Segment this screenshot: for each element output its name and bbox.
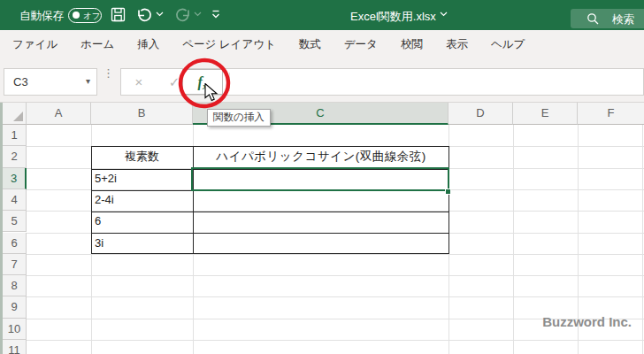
tab-review[interactable]: 校閲 <box>401 37 423 52</box>
search-icon <box>586 12 599 25</box>
gridline <box>513 125 514 354</box>
tab-view[interactable]: 表示 <box>446 37 468 52</box>
select-all-corner[interactable] <box>3 103 27 125</box>
row-header-5[interactable]: 5 <box>3 211 27 232</box>
row-header-8[interactable]: 8 <box>3 275 27 296</box>
autosave-label: 自動保存 <box>19 9 64 24</box>
autosave-toggle[interactable]: オフ <box>68 8 102 23</box>
name-box-value: C3 <box>13 75 28 88</box>
column-header-f[interactable]: F <box>578 103 644 125</box>
tab-formulas[interactable]: 数式 <box>299 37 321 52</box>
column-header-d[interactable]: D <box>448 103 513 125</box>
cell-B4[interactable]: 2-4i <box>95 189 188 211</box>
tab-home[interactable]: ホーム <box>80 37 114 52</box>
customize-toolbar-icon[interactable] <box>211 10 221 19</box>
row-header-9[interactable]: 9 <box>3 296 27 318</box>
row-header-11[interactable]: 11 <box>3 340 27 354</box>
save-icon[interactable] <box>111 7 126 22</box>
gridline <box>27 296 644 297</box>
mouse-cursor-icon <box>204 83 220 103</box>
cancel-button[interactable]: × <box>128 72 150 92</box>
column-header-a[interactable]: A <box>27 103 91 125</box>
tab-insert[interactable]: 挿入 <box>137 37 159 52</box>
insert-function-tooltip: 関数の挿入 <box>207 109 271 127</box>
name-box-dropdown-icon[interactable]: ▾ <box>86 76 90 86</box>
undo-dropdown-icon[interactable] <box>156 12 164 17</box>
name-box[interactable]: C3 ▾ <box>4 68 97 96</box>
column-header-e[interactable]: E <box>513 103 578 125</box>
toggle-knob-icon <box>73 12 80 19</box>
formula-bar: C3 ▾ ⋮ × ✓ fx <box>0 58 644 103</box>
row-header-3[interactable]: 3 <box>3 168 27 189</box>
row-header-1[interactable]: 1 <box>3 125 27 146</box>
search-box[interactable]: 検索 <box>571 9 644 28</box>
tab-help[interactable]: ヘルプ <box>491 37 525 52</box>
redo-dropdown-icon[interactable] <box>194 12 202 17</box>
row-header-10[interactable]: 10 <box>3 319 27 340</box>
tab-file[interactable]: ファイル <box>12 37 58 52</box>
title-dropdown-icon[interactable] <box>440 12 448 17</box>
row-header-4[interactable]: 4 <box>3 189 27 211</box>
autosave-state: オフ <box>83 11 100 22</box>
tab-page-layout[interactable]: ページ レイアウト <box>182 37 276 52</box>
row-header-7[interactable]: 7 <box>3 254 27 275</box>
undo-icon[interactable] <box>135 7 153 23</box>
gridline <box>27 340 644 341</box>
title-bar: 自動保存 オフ <box>0 0 644 30</box>
gridline <box>27 275 644 276</box>
cell-B3[interactable]: 5+2i <box>95 168 188 189</box>
excel-window: 自動保存 オフ <box>0 0 644 354</box>
redo-icon[interactable] <box>174 7 192 23</box>
fill-handle[interactable] <box>445 189 451 195</box>
document-title: Excel関数用.xlsx <box>350 9 436 25</box>
gridline <box>642 125 643 354</box>
watermark: Buzzword Inc. <box>531 314 632 329</box>
ribbon-tab-row: ファイル ホーム 挿入 ページ レイアウト 数式 データ 校閲 表示 ヘルプ <box>0 30 644 58</box>
selected-cell-C3[interactable] <box>191 167 449 191</box>
cell-B2[interactable]: 複素数 <box>91 146 193 167</box>
row-header-6[interactable]: 6 <box>3 233 27 254</box>
tab-data[interactable]: データ <box>344 37 378 52</box>
search-label: 検索 <box>612 12 634 27</box>
cell-C2[interactable]: ハイパボリックコサイン(双曲線余弦) <box>194 146 448 167</box>
select-all-triangle-icon <box>13 112 23 121</box>
worksheet-grid: A B C D E F 1234567891011 Buzzword Inc. … <box>0 103 644 354</box>
cell-B6[interactable]: 3i <box>95 233 188 254</box>
formula-bar-resize-handle[interactable]: ⋮ <box>103 70 111 93</box>
cell-B5[interactable]: 6 <box>95 211 188 232</box>
row-header-2[interactable]: 2 <box>3 146 27 167</box>
